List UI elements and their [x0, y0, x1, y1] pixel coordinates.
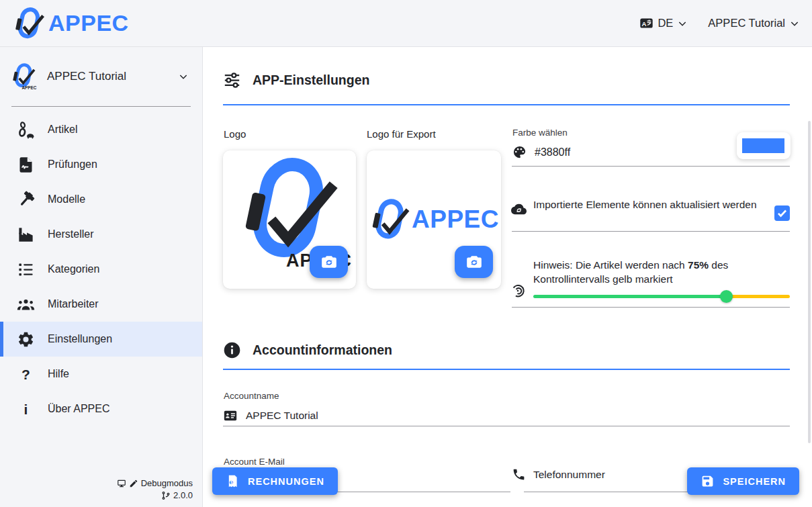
section-underline — [223, 369, 790, 370]
account-info-heading: Accountinformationen — [223, 341, 392, 359]
sidebar: APPEC APPEC Tutorial Artikel — [0, 47, 203, 507]
people-icon — [17, 295, 35, 314]
monitor-icon — [117, 479, 126, 488]
sidebar-item-mitarbeiter[interactable]: Mitarbeiter — [0, 287, 202, 322]
section-underline — [223, 104, 790, 105]
accountname-label: Accountname — [224, 391, 279, 401]
app-header: APPEC A DE APPEC Tutorial — [0, 0, 812, 47]
section-title: Accountinformationen — [253, 342, 392, 358]
interval-history-icon — [510, 283, 525, 298]
save-button-label: SPEICHERN — [723, 476, 786, 487]
carabiner-logo-icon — [369, 198, 410, 241]
field-underline — [223, 426, 790, 426]
logo-wordmark: APPEC — [412, 205, 499, 234]
debug-label: Debugmodus — [141, 477, 193, 490]
sidebar-item-label: Modelle — [48, 193, 85, 205]
phone-icon — [512, 467, 526, 481]
upload-export-logo-button[interactable] — [455, 246, 493, 278]
chevron-down-icon — [178, 71, 189, 82]
import-update-label: Importierte Elemente können aktualisiert… — [533, 198, 765, 212]
svg-text:APPEC: APPEC — [21, 85, 36, 90]
account-menu-label: APPEC Tutorial — [708, 17, 785, 30]
palette-icon — [512, 144, 527, 160]
invoices-button-label: RECHNUNGEN — [248, 476, 324, 487]
save-button[interactable]: SPEICHERN — [687, 467, 799, 495]
sidebar-item-label: Über APPEC — [48, 403, 109, 415]
hint-bold-value: 75% — [688, 259, 709, 271]
color-swatch[interactable] — [737, 132, 791, 159]
git-branch-icon — [161, 491, 171, 500]
svg-text:$: $ — [230, 480, 234, 486]
inspection-document-icon — [17, 156, 35, 174]
sidebar-item-pruefungen[interactable]: Prüfungen — [0, 147, 202, 182]
sidebar-item-artikel[interactable]: Artikel — [0, 112, 202, 147]
sidebar-item-label: Artikel — [48, 124, 77, 136]
hammer-icon — [17, 191, 35, 209]
info-circle-icon — [223, 341, 241, 359]
language-label: DE — [658, 17, 673, 30]
sidebar-item-label: Prüfungen — [48, 158, 97, 171]
equipment-icon — [17, 121, 35, 139]
scrollbar[interactable] — [808, 121, 811, 443]
save-icon — [701, 474, 715, 488]
warning-threshold-track — [533, 295, 790, 298]
sidebar-item-einstellungen[interactable]: Einstellungen — [0, 322, 202, 357]
list-icon — [17, 261, 35, 279]
color-value-input[interactable]: #3880ff — [535, 146, 570, 158]
question-icon: ? — [17, 365, 35, 383]
sidebar-item-hilfe[interactable]: ? Hilfe — [0, 357, 202, 391]
color-swatch-inner — [742, 138, 784, 153]
language-selector[interactable]: A DE — [639, 16, 688, 30]
account-menu[interactable]: APPEC Tutorial — [708, 17, 800, 30]
sidebar-divider — [11, 106, 191, 107]
sidebar-item-label: Mitarbeiter — [48, 298, 99, 310]
sidebar-item-label: Kategorien — [48, 263, 99, 275]
brand-wordmark: APPEC — [48, 10, 129, 36]
version-label: 2.0.0 — [173, 490, 193, 502]
sidebar-item-ueber-appec[interactable]: i Über APPEC — [0, 391, 202, 426]
field-underline — [512, 166, 790, 167]
sidebar-item-label: Hersteller — [48, 228, 93, 240]
logo-label: Logo — [224, 128, 246, 140]
logo-export-label: Logo für Export — [367, 128, 436, 140]
section-title: APP-Einstellungen — [253, 73, 369, 88]
chevron-down-icon — [789, 18, 800, 29]
sidebar-item-label: Hilfe — [48, 368, 69, 380]
cloud-sync-icon — [511, 201, 527, 217]
invoices-button[interactable]: $ RECHNUNGEN — [212, 467, 338, 495]
threshold-hint: Hinweis: Die Artikel werden nach 75% des… — [533, 259, 775, 287]
color-label: Farbe wählen — [512, 128, 568, 138]
accountname-input[interactable]: APPEC Tutorial — [246, 410, 318, 422]
sidebar-item-hersteller[interactable]: Hersteller — [0, 217, 202, 252]
info-icon: i — [17, 400, 35, 418]
invoice-icon: $ — [226, 474, 240, 488]
carabiner-logo-icon — [12, 7, 46, 40]
sidebar-item-modelle[interactable]: Modelle — [0, 182, 202, 217]
upload-logo-button[interactable] — [310, 246, 348, 278]
email-label: Account E-Mail — [224, 457, 285, 467]
camera-reverse-icon — [465, 253, 483, 271]
pencil-icon — [129, 479, 138, 488]
factory-icon — [17, 226, 35, 244]
id-card-icon — [223, 408, 238, 423]
check-icon — [776, 207, 788, 220]
workspace-label: APPEC Tutorial — [47, 70, 178, 83]
phone-input[interactable]: Telefonnummer — [533, 469, 605, 481]
workspace-selector[interactable]: APPEC APPEC Tutorial — [0, 58, 202, 95]
camera-reverse-icon — [320, 253, 338, 271]
warning-threshold-slider[interactable] — [533, 286, 790, 306]
logo-card: APPEC — [223, 150, 356, 289]
tune-icon — [223, 71, 241, 89]
chevron-down-icon — [677, 18, 688, 29]
brand-logo: APPEC — [12, 7, 129, 40]
field-underline — [512, 307, 790, 308]
svg-text:A: A — [642, 20, 647, 28]
translate-icon: A — [639, 16, 653, 30]
carabiner-logo-icon: APPEC — [11, 61, 40, 92]
import-update-checkbox[interactable] — [774, 205, 790, 221]
warning-threshold-thumb[interactable] — [720, 290, 733, 303]
debug-info: Debugmodus 2.0.0 — [117, 477, 193, 502]
sidebar-item-kategorien[interactable]: Kategorien — [0, 252, 202, 287]
hint-text: Hinweis: Die Artikel werden nach — [533, 259, 688, 271]
settings-page: APP-Einstellungen Logo Logo für Export A… — [203, 47, 812, 507]
